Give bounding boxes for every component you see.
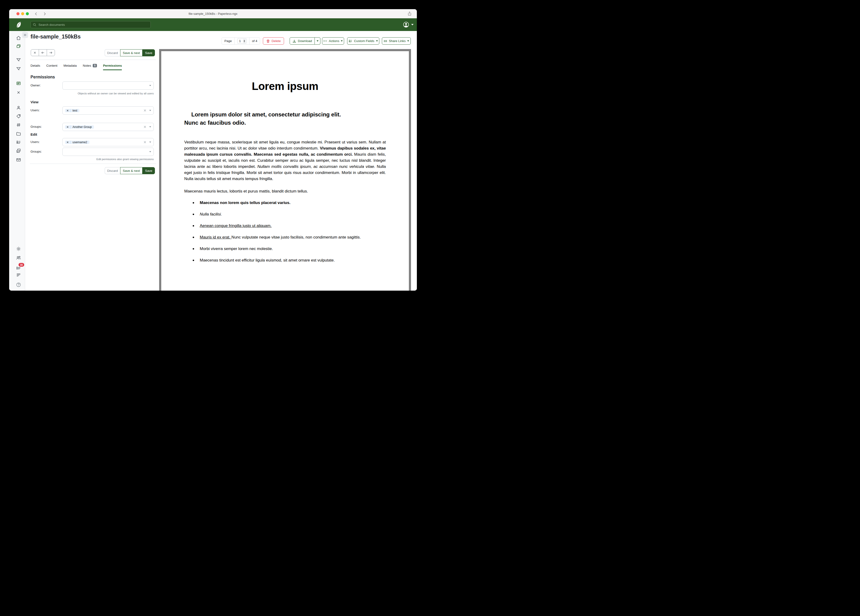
tab-content[interactable]: Content (46, 64, 57, 69)
tab-details[interactable]: Details (30, 64, 40, 69)
discard-button[interactable]: Discard (105, 167, 120, 174)
edit-users-select[interactable]: username2 (63, 138, 154, 146)
download-button[interactable]: Download (290, 37, 315, 45)
view-groups-label: Groups: (30, 125, 42, 129)
ellipsis-icon (323, 41, 327, 41)
share-icon[interactable] (408, 11, 412, 16)
sidebar-item-saved-view-2[interactable] (16, 66, 21, 72)
page-count-label: of 4 (250, 38, 260, 44)
close-document-button[interactable] (31, 50, 39, 56)
sidebar-item-documents[interactable] (16, 43, 21, 49)
owner-select[interactable] (63, 82, 154, 90)
divider (30, 60, 156, 60)
pdf-text-run-italic: Nulla facilisi. (200, 212, 222, 217)
remove-chip-button[interactable] (65, 125, 71, 129)
remove-chip-button[interactable] (65, 109, 71, 112)
sidebar-item-users-groups[interactable] (16, 255, 21, 261)
sidebar-item-note[interactable] (16, 80, 21, 86)
sidebar-item-storage-paths[interactable] (16, 131, 21, 137)
discard-button[interactable]: Discard (105, 49, 120, 57)
sidebar-item-settings[interactable] (16, 246, 21, 251)
page-title: file-sample_150kBs (30, 34, 81, 40)
sidebar-item-dashboard[interactable] (16, 35, 21, 41)
pdf-paragraph-1: Vestibulum neque massa, scelerisque sit … (184, 139, 386, 182)
user-avatar-icon (403, 22, 409, 28)
pdf-bullet-item: Maecenas tincidunt est efficitur ligula … (184, 257, 386, 263)
page-number-value: 1 (239, 39, 241, 43)
share-links-label: Share Links (389, 39, 406, 43)
download-options-button[interactable] (315, 37, 320, 45)
document-nav-group (31, 49, 55, 56)
sidebar-expand-button[interactable] (22, 32, 28, 38)
pdf-doc-title: Lorem ipsum (184, 51, 386, 93)
view-users-label: Users: (30, 108, 40, 112)
paperless-logo-icon[interactable] (16, 21, 22, 28)
actions-button[interactable]: Actions (322, 37, 344, 45)
tab-notes[interactable]: Notes 5 (83, 64, 97, 69)
save-button[interactable]: Save (143, 49, 155, 57)
chevron-down-icon (341, 40, 343, 42)
sidebar-item-workflows[interactable] (16, 148, 21, 154)
tab-bar: Details Content Metadata Notes 5 Permiss… (30, 64, 128, 70)
next-document-button[interactable] (47, 50, 55, 56)
chip-label: test (71, 109, 79, 112)
sidebar-item-close-view[interactable] (16, 90, 21, 95)
pdf-bullet-item: Maecenas non lorem quis tellus placerat … (184, 200, 386, 206)
download-label: Download (298, 39, 312, 43)
view-users-select[interactable]: test (63, 106, 154, 115)
chevron-down-icon (407, 40, 409, 42)
clear-selection-icon[interactable] (143, 125, 146, 129)
chevron-down-icon (149, 126, 151, 127)
clear-selection-icon[interactable] (143, 141, 146, 144)
custom-fields-label: Custom Fields (354, 39, 374, 43)
share-links-button[interactable]: Share Links (382, 37, 411, 45)
selected-user-chip: test (65, 109, 79, 112)
chevron-down-icon (317, 40, 319, 42)
view-groups-select[interactable]: Another Group (63, 123, 154, 131)
clear-selection-icon[interactable] (143, 109, 146, 112)
save-and-next-button[interactable]: Save & next (120, 167, 143, 174)
search-input[interactable] (38, 23, 148, 27)
edit-help-text: Edit permissions also grant viewing perm… (63, 158, 154, 160)
save-button[interactable]: Save (143, 167, 155, 174)
pdf-bullet-item: Mauris id ex erat. Nunc vulputate neque … (184, 234, 386, 240)
page-stepper[interactable] (243, 39, 246, 43)
pdf-text-run-underline: Mauris id ex erat. (200, 235, 231, 239)
sidebar-item-help[interactable] (16, 282, 21, 288)
tab-metadata[interactable]: Metadata (64, 64, 77, 69)
pdf-doc-heading: Lorem ipsum dolor sit amet, consectetur … (184, 110, 348, 127)
pdf-preview-pane[interactable]: Lorem ipsum Lorem ipsum dolor sit amet, … (159, 49, 411, 291)
pdf-bullet-list: Maecenas non lorem quis tellus placerat … (184, 200, 386, 263)
sidebar-item-mail[interactable] (16, 157, 21, 163)
pdf-text-run-underline: Aenean congue fringilla justo ut aliquam… (200, 223, 271, 228)
sidebar-item-tags[interactable] (16, 113, 21, 119)
sidebar-item-saved-view-1[interactable] (16, 57, 21, 63)
edit-groups-select[interactable] (63, 148, 154, 156)
delete-button[interactable]: Delete (263, 37, 284, 45)
browser-window: file-sample_150kBs - Paperless-ngx (9, 9, 417, 291)
pdf-bullet-item: Nulla facilisi. (184, 211, 386, 217)
page-navigator: Page 1 of 4 (221, 37, 260, 45)
sidebar: 16 (9, 31, 25, 291)
previous-document-button[interactable] (39, 50, 47, 56)
trash-icon (266, 39, 270, 43)
permissions-heading: Permissions (30, 75, 55, 80)
remove-chip-button[interactable] (65, 141, 71, 144)
pdf-bullet-item: Aenean congue fringilla justo ut aliquam… (184, 223, 386, 229)
tab-permissions[interactable]: Permissions (103, 64, 122, 70)
divider (30, 163, 156, 164)
document-detail-pane: file-sample_150kBs Page 1 of 4 Del (25, 31, 417, 291)
chip-label: username2 (71, 141, 89, 144)
search-bar[interactable] (30, 21, 151, 28)
save-and-next-button[interactable]: Save & next (120, 49, 143, 57)
user-menu[interactable] (403, 22, 414, 28)
sidebar-item-correspondents[interactable] (16, 105, 21, 111)
custom-fields-button[interactable]: Custom Fields (347, 37, 379, 45)
pdf-text-run: Nunc vulputate neque vitae justo facilis… (231, 235, 361, 239)
sidebar-item-logs[interactable] (16, 272, 21, 278)
chevron-down-icon (149, 141, 151, 143)
owner-help-text: Objects without an owner can be viewed a… (63, 92, 154, 95)
sidebar-item-custom-fields[interactable] (16, 140, 21, 145)
sidebar-item-asn[interactable] (16, 122, 21, 128)
page-number-input[interactable]: 1 (237, 38, 247, 44)
